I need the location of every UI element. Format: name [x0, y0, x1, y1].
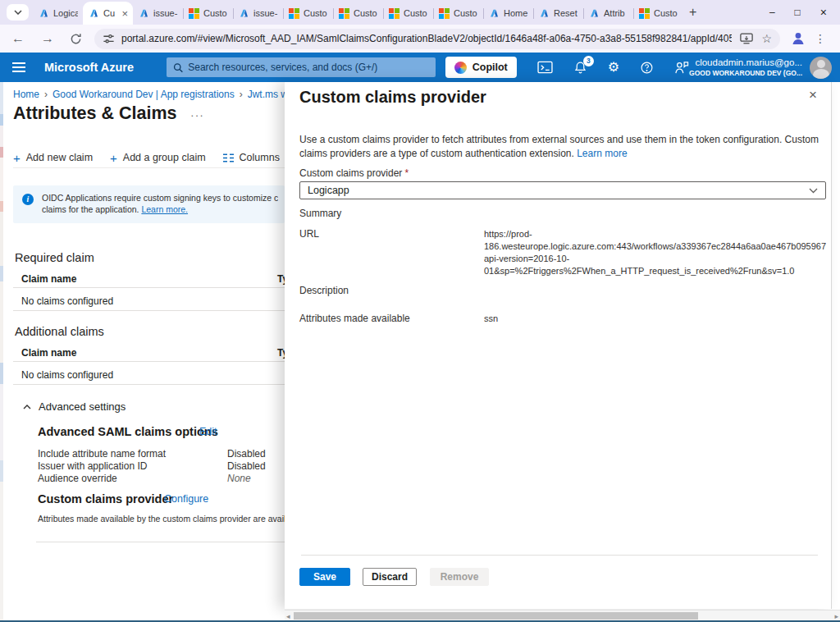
browser-toolbar: ← → portal.azure.com/#view/Microsoft_AAD… — [0, 25, 840, 53]
browser-tab[interactable]: Custo — [383, 2, 433, 25]
window-controls: – □ × — [769, 6, 827, 19]
browser-tab[interactable]: Custo — [183, 2, 233, 25]
global-search[interactable] — [167, 57, 436, 77]
notifications-bell-icon[interactable]: 3 — [573, 61, 587, 75]
browser-tab[interactable]: Home — [483, 2, 533, 25]
browser-tab[interactable]: Custo — [283, 2, 333, 25]
provider-field-label: Custom claims provider* — [299, 167, 409, 179]
configure-link[interactable]: Configure — [164, 493, 208, 505]
copilot-button[interactable]: Copilot — [445, 57, 517, 78]
attributes-label: Attributes made available — [299, 313, 410, 324]
title-overflow-menu[interactable]: ... — [191, 107, 205, 119]
send-to-device-icon[interactable] — [740, 33, 753, 44]
table-divider — [13, 310, 285, 311]
tab-close-icon[interactable]: × — [121, 8, 128, 19]
hamburger-menu-icon[interactable] — [12, 62, 25, 72]
account-tenant: GOOD WORKAROUND DEV (GO... — [689, 69, 802, 78]
browser-tab[interactable]: issue- — [233, 2, 283, 25]
scroll-right-icon[interactable]: ▸ — [834, 612, 838, 620]
panel-close-icon[interactable]: × — [809, 88, 817, 102]
account-avatar[interactable] — [810, 57, 832, 79]
notification-badge: 3 — [583, 56, 594, 66]
breadcrumb-home[interactable]: Home — [13, 89, 39, 100]
browser-tab[interactable]: Custo — [433, 2, 483, 25]
bookmark-star-icon[interactable]: ☆ — [761, 32, 772, 45]
tab-label: Custo — [404, 8, 428, 18]
edit-link[interactable]: Edit — [199, 426, 217, 437]
microsoft-favicon — [288, 7, 299, 19]
tab-label: Custo — [304, 8, 328, 18]
save-button[interactable]: Save — [299, 568, 350, 586]
site-settings-icon[interactable] — [103, 33, 115, 45]
back-icon[interactable]: ← — [11, 32, 25, 45]
add-new-claim-button[interactable]: + Add new claim — [13, 152, 93, 164]
close-window-icon[interactable]: × — [820, 6, 827, 19]
columns-button[interactable]: Columns — [223, 152, 280, 163]
footer-divider — [301, 555, 818, 556]
panel-learn-more-link[interactable]: Learn more — [577, 148, 627, 159]
required-asterisk: * — [404, 167, 409, 179]
address-bar[interactable]: portal.azure.com/#view/Microsoft_AAD_IAM… — [94, 29, 780, 49]
microsoft-favicon — [438, 7, 450, 19]
remove-button-disabled[interactable]: Remove — [430, 568, 489, 586]
scroll-left-icon[interactable]: ◂ — [286, 612, 290, 620]
setting-value: None — [227, 473, 251, 484]
account-info[interactable]: cloudadmin.marius@go... GOOD WORKAROUND … — [689, 57, 802, 78]
browser-profile-avatar[interactable] — [790, 30, 806, 47]
plus-icon: + — [13, 152, 21, 164]
left-edge-strip — [0, 82, 3, 622]
column-header-claim-name: Claim name — [21, 347, 76, 359]
copilot-icon — [454, 62, 467, 74]
browser-tab[interactable]: Custo — [633, 2, 683, 25]
settings-gear-icon[interactable]: ⚙ — [608, 61, 619, 74]
advanced-settings-toggle[interactable]: Advanced settings — [23, 400, 126, 413]
reload-icon[interactable] — [70, 33, 82, 45]
browser-tab[interactable]: Attrib — [583, 2, 633, 25]
browser-tab[interactable]: Logica — [33, 2, 83, 25]
minimize-icon[interactable]: – — [769, 7, 775, 18]
microsoft-favicon — [638, 7, 650, 19]
required-claim-empty-row: No claims configured — [21, 295, 113, 307]
tab-label: Cu — [103, 8, 120, 18]
browser-tab[interactable]: Custo — [333, 2, 383, 25]
account-email: cloudadmin.marius@go... — [689, 57, 802, 69]
provider-dropdown[interactable]: Logicapp — [299, 181, 826, 199]
breadcrumb: Home › Good Workaround Dev | App registr… — [13, 89, 308, 100]
discard-button[interactable]: Discard — [363, 568, 417, 586]
help-icon[interactable] — [640, 61, 654, 75]
tab-label: Custo — [654, 8, 678, 18]
horizontal-scrollbar[interactable]: ◂ ▸ — [285, 610, 840, 620]
tab-label: issue- — [253, 8, 278, 18]
browser-tab[interactable]: Reset — [533, 2, 583, 25]
new-tab-button[interactable]: + — [689, 5, 696, 20]
url-text[interactable]: portal.azure.com/#view/Microsoft_AAD_IAM… — [121, 33, 732, 44]
search-input[interactable] — [188, 62, 428, 73]
setting-label: Audience override — [38, 473, 117, 484]
azure-favicon — [538, 7, 550, 19]
cloud-shell-icon[interactable] — [537, 61, 553, 74]
feedback-icon[interactable] — [674, 61, 689, 74]
banner-learn-more-link[interactable]: Learn more. — [141, 204, 188, 214]
tab-label: Reset — [554, 8, 578, 18]
command-bar-divider — [13, 167, 285, 168]
azure-favicon — [588, 7, 600, 19]
page-title: Attributes & Claims... — [13, 103, 204, 124]
breadcrumb-app-registrations[interactable]: Good Workaround Dev | App registrations — [52, 89, 235, 100]
tab-label: Home — [504, 8, 528, 18]
add-group-claim-button[interactable]: + Add a group claim — [110, 152, 206, 164]
maximize-icon[interactable]: □ — [795, 7, 801, 18]
azure-favicon — [488, 7, 500, 19]
tab-label: Custo — [454, 8, 478, 18]
forward-icon[interactable]: → — [41, 32, 54, 45]
browser-tab[interactable]: Cu× — [83, 2, 133, 25]
column-header-claim-name: Claim name — [21, 273, 76, 285]
tab-search-button[interactable] — [7, 4, 29, 21]
summary-heading: Summary — [299, 208, 341, 219]
additional-claims-heading: Additional claims — [15, 325, 104, 338]
browser-menu-icon[interactable]: ⋮ — [815, 32, 826, 45]
url-value: https://prod- 186.westeurope.logic.azure… — [484, 228, 826, 277]
table-divider — [13, 361, 285, 362]
scrollbar-thumb[interactable] — [294, 612, 698, 620]
microsoft-favicon — [338, 7, 349, 19]
browser-tab[interactable]: issue- — [133, 2, 183, 25]
